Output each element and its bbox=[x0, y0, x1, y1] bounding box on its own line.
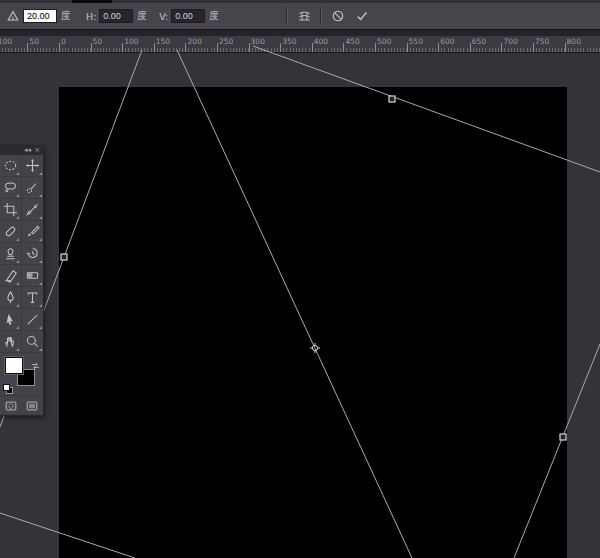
close-panel-icon[interactable]: × bbox=[34, 147, 40, 154]
commit-transform-button[interactable] bbox=[352, 6, 372, 26]
ruler-major-tick bbox=[59, 43, 60, 52]
tool-quick-selection-tool[interactable] bbox=[22, 177, 44, 199]
ruler-label: 50 bbox=[93, 37, 103, 46]
tool-path-selection-tool[interactable] bbox=[0, 309, 22, 331]
tool-flyout-indicator bbox=[39, 348, 42, 351]
ruler-major-tick bbox=[217, 43, 218, 52]
ruler-label: 550 bbox=[409, 37, 423, 46]
tool-flyout-indicator bbox=[39, 326, 42, 329]
rotation-unit-label: 度 bbox=[61, 9, 71, 23]
tool-flyout-indicator bbox=[16, 216, 19, 219]
ruler-label: 100 bbox=[0, 37, 12, 46]
ruler-major-tick bbox=[122, 43, 123, 52]
h-skew-input[interactable] bbox=[99, 9, 133, 23]
h-skew-label: H: bbox=[86, 11, 96, 22]
ruler-major-tick bbox=[375, 43, 376, 52]
ruler-label: 300 bbox=[251, 37, 265, 46]
tool-flyout-indicator bbox=[16, 260, 19, 263]
ruler-label: 250 bbox=[219, 37, 233, 46]
tool-flyout-indicator bbox=[39, 172, 42, 175]
ruler-major-tick bbox=[533, 43, 534, 52]
document-canvas[interactable] bbox=[59, 87, 567, 558]
color-swatch-area bbox=[0, 353, 43, 395]
ruler-major-tick bbox=[280, 43, 281, 52]
top-ruler[interactable]: 1005005010015020025030035040045050055060… bbox=[0, 36, 600, 53]
tool-crop-tool[interactable] bbox=[0, 199, 22, 221]
ruler-label: 800 bbox=[567, 37, 581, 46]
tool-hand-tool[interactable] bbox=[0, 331, 22, 353]
ruler-label: 400 bbox=[314, 37, 328, 46]
tool-flyout-indicator bbox=[16, 172, 19, 175]
rotation-angle-input[interactable] bbox=[23, 9, 57, 23]
tool-gradient-tool[interactable] bbox=[22, 265, 44, 287]
tool-flyout-indicator bbox=[16, 194, 19, 197]
tool-move-tool[interactable] bbox=[22, 155, 44, 177]
ruler-label: 600 bbox=[440, 37, 454, 46]
quick-mask-button[interactable] bbox=[0, 396, 22, 415]
tool-eraser-tool[interactable] bbox=[0, 265, 22, 287]
foreground-color-swatch[interactable] bbox=[5, 357, 23, 374]
tool-flyout-indicator bbox=[39, 304, 42, 307]
tool-flyout-indicator bbox=[39, 282, 42, 285]
screen-mode-button[interactable] bbox=[22, 396, 44, 415]
v-skew-input[interactable] bbox=[171, 9, 205, 23]
ruler-label: 500 bbox=[377, 37, 391, 46]
tool-type-tool[interactable] bbox=[22, 287, 44, 309]
photoshop-workspace: 度 H: 度 V: 度 bbox=[0, 0, 600, 558]
options-separator bbox=[286, 7, 288, 25]
ruler-major-tick bbox=[154, 43, 155, 52]
tools-panel-header[interactable]: ◂◂ × bbox=[0, 146, 43, 155]
panel-bottom-buttons bbox=[0, 395, 43, 415]
ruler-label: 50 bbox=[29, 37, 39, 46]
tool-flyout-indicator bbox=[16, 304, 19, 307]
h-skew-unit-label: 度 bbox=[137, 9, 147, 23]
ruler-major-tick bbox=[438, 43, 439, 52]
tool-flyout-indicator bbox=[16, 326, 19, 329]
ruler-label: 150 bbox=[156, 37, 170, 46]
warp-grid-icon bbox=[297, 9, 311, 23]
tools-panel: ◂◂ × bbox=[0, 145, 44, 416]
tool-pen-tool[interactable] bbox=[0, 287, 22, 309]
v-skew-label: V: bbox=[159, 11, 168, 22]
tool-flyout-indicator bbox=[39, 216, 42, 219]
ruler-major-tick bbox=[91, 43, 92, 52]
warp-mode-toggle-button[interactable] bbox=[294, 6, 314, 26]
rotation-angle-icon bbox=[6, 9, 20, 23]
tool-lasso-tool[interactable] bbox=[0, 177, 22, 199]
tool-spot-healing-brush-tool[interactable] bbox=[0, 221, 22, 243]
cancel-icon bbox=[331, 9, 345, 23]
ruler-label: 0 bbox=[61, 37, 66, 46]
tool-eyedropper-tool[interactable] bbox=[22, 199, 44, 221]
ruler-major-tick bbox=[185, 43, 186, 52]
check-icon bbox=[355, 9, 369, 23]
tool-brush-tool[interactable] bbox=[22, 221, 44, 243]
tool-elliptical-marquee-tool[interactable] bbox=[0, 155, 22, 177]
tool-history-brush-tool[interactable] bbox=[22, 243, 44, 265]
tool-flyout-indicator bbox=[16, 282, 19, 285]
ruler-major-tick bbox=[565, 43, 566, 52]
ruler-major-tick bbox=[249, 43, 250, 52]
ruler-label: 200 bbox=[187, 37, 201, 46]
ruler-major-tick bbox=[27, 43, 28, 52]
tool-flyout-indicator bbox=[16, 348, 19, 351]
ruler-label: 700 bbox=[503, 37, 517, 46]
tool-zoom-tool[interactable] bbox=[22, 331, 44, 353]
ruler-label: 750 bbox=[535, 37, 549, 46]
ruler-major-tick bbox=[470, 43, 471, 52]
collapse-panel-icon[interactable]: ◂◂ bbox=[24, 147, 31, 154]
tool-clone-stamp-tool[interactable] bbox=[0, 243, 22, 265]
ruler-major-tick bbox=[343, 43, 344, 52]
ruler-label: 650 bbox=[472, 37, 486, 46]
ruler-major-tick bbox=[501, 43, 502, 52]
options-separator bbox=[320, 7, 322, 25]
tool-grid bbox=[0, 155, 43, 353]
tool-line-tool[interactable] bbox=[22, 309, 44, 331]
ruler-major-tick bbox=[407, 43, 408, 52]
ruler-label: 350 bbox=[282, 37, 296, 46]
transform-options-bar: 度 H: 度 V: 度 bbox=[0, 3, 600, 30]
cancel-transform-button[interactable] bbox=[328, 6, 348, 26]
tool-flyout-indicator bbox=[39, 194, 42, 197]
ruler-label: 450 bbox=[345, 37, 359, 46]
tool-flyout-indicator bbox=[39, 260, 42, 263]
ruler-major-tick bbox=[312, 43, 313, 52]
